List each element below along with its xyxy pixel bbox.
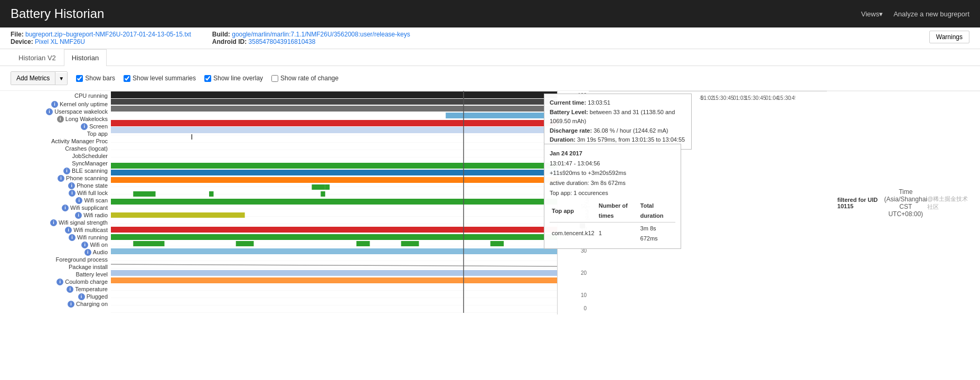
svg-text::30: :30 [719, 95, 727, 101]
show-bars-toggle[interactable]: Show bars [76, 75, 115, 82]
label-battery-level: Battery level [0, 271, 111, 278]
svg-text:0: 0 [584, 305, 587, 311]
add-metrics-button[interactable]: Add Metrics [11, 72, 55, 85]
label-wifi-full-lock: iWifi full lock [0, 189, 111, 197]
warnings-button[interactable]: Warnings [929, 31, 969, 43]
show-rate-label: Show rate of change [280, 75, 338, 82]
app-header: Battery Historian Views▾ Analyze a new b… [0, 0, 980, 27]
svg-rect-15 [209, 191, 213, 197]
label-wifi-multicast: iWifi multicast [0, 226, 111, 234]
label-wifi-scan: iWifi scan [0, 197, 111, 204]
label-top-app: Top app [0, 130, 111, 137]
svg-rect-21 [133, 241, 164, 246]
svg-rect-29 [111, 277, 557, 283]
tooltip-table-header-0: Top app [550, 200, 597, 222]
label-audio: iAudio [0, 248, 111, 256]
svg-text:10: 10 [581, 292, 587, 298]
svg-rect-6 [111, 120, 557, 126]
label-long-wakelocks: iLong Wakelocks [0, 115, 111, 123]
device-label: Device: [11, 38, 33, 45]
tabs-bar: Historian V2 Historian [0, 49, 980, 66]
label-userspace: iUserspace wakelock [0, 108, 111, 115]
file-info-left: File: bugreport.zip~bugreport-NMF26U-201… [11, 31, 191, 45]
svg-rect-22 [236, 241, 254, 246]
build-value: google/marlin/marlin:7.1.1/NMF26U/356200… [232, 31, 410, 38]
tooltip-active-dur-val: 3m 8s 672ms [591, 180, 626, 186]
add-metrics-dropdown[interactable]: ▼ [55, 73, 67, 84]
svg-rect-26 [111, 248, 557, 254]
svg-rect-11 [111, 177, 557, 183]
svg-rect-10 [111, 170, 557, 175]
chart-svg[interactable] [111, 91, 557, 313]
tooltip-active-dur-label: active duration: [550, 180, 589, 186]
svg-rect-18 [111, 212, 245, 218]
show-level-summaries-checkbox[interactable] [124, 75, 130, 82]
svg-text::30: :30 [751, 95, 759, 101]
svg-rect-16 [321, 191, 325, 197]
svg-rect-2 [111, 91, 557, 98]
device-value: Pixel XL NMF26U [35, 38, 85, 45]
label-crashes: Crashes (logcat) [0, 145, 111, 152]
show-line-overlay-label: Show line overlay [213, 75, 263, 82]
analyze-link[interactable]: Analyze a new bugreport [893, 10, 969, 18]
tooltip-detail-date: Jan 24 2017 [550, 149, 675, 159]
tooltip-table: Top app Number of times Total duration c… [550, 200, 675, 244]
svg-rect-8 [191, 134, 192, 140]
label-activity-manager: Activity Manager Proc [0, 137, 111, 145]
uid-label: filtered for UID 10115 [837, 197, 884, 209]
show-bars-label: Show bars [85, 75, 115, 82]
tooltip-table-header-1: Number of times [597, 200, 638, 222]
label-jobscheduler: JobScheduler [0, 152, 111, 160]
tab-historian[interactable]: Historian [64, 49, 107, 66]
show-level-summaries-toggle[interactable]: Show level summaries [124, 75, 196, 82]
watermark: @稀土掘金技术社区 [927, 195, 969, 211]
svg-rect-12 [312, 184, 325, 190]
show-bars-checkbox[interactable] [76, 75, 83, 82]
time-axis-footer-label: Time (Asia/Shanghai CST UTC+08:00) [884, 188, 927, 218]
tooltip-detail-time: 13:01:47 - 13:04:56 [550, 159, 675, 169]
label-coulomb: iCoulomb charge [0, 278, 111, 285]
tooltip-current-time-value: 13:03:51 [588, 99, 610, 106]
svg-rect-14 [133, 191, 155, 197]
label-phone-scanning: iPhone scanning [0, 174, 111, 182]
svg-rect-4 [111, 106, 557, 112]
show-rate-checkbox[interactable] [271, 75, 278, 82]
svg-text::15: :15 [776, 95, 784, 101]
label-wifi-running: iWifi running [0, 234, 111, 241]
add-metrics-label: Add Metrics [16, 75, 50, 82]
svg-text:20: 20 [581, 270, 587, 276]
tooltip-top-app-val: 1 occurences [573, 190, 608, 196]
views-dropdown[interactable]: Views▾ [861, 10, 883, 18]
show-level-summaries-label: Show level summaries [133, 75, 196, 82]
svg-rect-7 [111, 127, 557, 133]
label-charging-on: iCharging on [0, 300, 111, 308]
tooltip-table-header-2: Total duration [638, 200, 675, 222]
tab-historian-v2[interactable]: Historian V2 [11, 49, 64, 66]
file-info-bar: File: bugreport.zip~bugreport-NMF26U-201… [0, 27, 980, 49]
svg-rect-25 [491, 241, 504, 246]
label-phone-state: iPhone state [0, 182, 111, 189]
tooltip-battery-label: Battery Level: [550, 109, 588, 115]
tooltip-detail-offset: +11s920ms to +3m20s592ms [550, 168, 675, 178]
table-row: com.tencent.k12 1 3m 8s 672ms [550, 222, 675, 244]
table-cell-times: 1 [597, 222, 638, 244]
svg-rect-9 [111, 163, 557, 169]
show-line-overlay-toggle[interactable]: Show line overlay [204, 75, 263, 82]
table-cell-app: com.tencent.k12 [550, 222, 597, 244]
toolbar: Add Metrics ▼ Show bars Show level summa… [0, 66, 980, 91]
svg-rect-17 [111, 199, 557, 205]
label-kernel: iKernel only uptime [0, 100, 111, 108]
android-id-label: Android ID: [212, 38, 247, 45]
svg-text::45: :45 [790, 95, 795, 101]
show-line-overlay-checkbox[interactable] [204, 75, 211, 82]
label-cpu-running: CPU running [0, 91, 111, 100]
label-wifi-signal: iWifi signal strength [0, 219, 111, 226]
label-syncmanager: SyncManager [0, 160, 111, 167]
svg-rect-5 [446, 113, 557, 118]
show-rate-toggle[interactable]: Show rate of change [271, 75, 338, 82]
label-screen: iScreen [0, 123, 111, 130]
file-label: File: [11, 31, 24, 38]
svg-rect-13 [325, 184, 329, 190]
tooltip-top-app-label: Top app: [550, 190, 572, 196]
tooltip-discharge-label: Discharge rate: [550, 127, 592, 134]
